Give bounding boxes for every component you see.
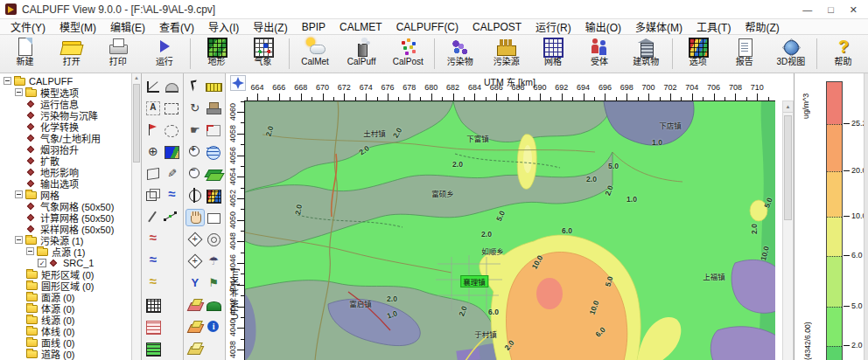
flag-tool-icon[interactable] xyxy=(144,122,162,138)
tree-item[interactable]: 烟羽抬升 xyxy=(0,143,131,155)
globe-tool-icon[interactable] xyxy=(205,144,222,160)
wind-field-tool-icon[interactable] xyxy=(163,188,180,204)
menu-item[interactable]: 多媒体(M) xyxy=(628,19,690,34)
cube-tool-icon[interactable] xyxy=(144,188,162,204)
tree-item[interactable]: 输出选项 xyxy=(0,177,131,189)
menu-item[interactable]: 导出(Z) xyxy=(246,19,294,34)
expand-tool-icon[interactable] xyxy=(186,232,204,247)
receptors-button[interactable]: 受体 xyxy=(577,36,623,72)
umbrella-tool-icon[interactable] xyxy=(205,253,222,269)
circle-plus-tool-icon[interactable] xyxy=(144,144,162,160)
scrollbar-thumb[interactable] xyxy=(133,84,140,163)
close-button[interactable]: ✕ xyxy=(850,1,858,18)
zoom-out-tool-icon[interactable] xyxy=(186,166,204,182)
stamp-tool-icon[interactable] xyxy=(205,100,222,116)
map-view[interactable]: UTM 东 [km] UTM 北 [km] 664666668670672674… xyxy=(226,73,794,360)
pollutants-button[interactable]: 污染物 xyxy=(437,36,483,72)
tree-expander-icon[interactable] xyxy=(15,88,23,96)
scrollbar-up-icon[interactable]: ▲ xyxy=(132,73,141,83)
layers-tool-icon[interactable] xyxy=(205,166,222,182)
report-button[interactable]: 报告 xyxy=(721,36,767,72)
ruler-tool-icon[interactable] xyxy=(205,79,222,94)
terrain-button[interactable]: 地形 xyxy=(193,36,240,72)
dome-tool-icon[interactable] xyxy=(163,79,180,94)
menu-item[interactable]: 文件(Y) xyxy=(4,19,52,34)
grid-black-tool-icon[interactable] xyxy=(144,297,162,313)
buildings-button[interactable]: 建筑物 xyxy=(623,36,669,72)
meteorology-button[interactable]: 气象 xyxy=(240,36,286,72)
maximize-button[interactable]: □ xyxy=(828,1,834,18)
expand-all-tool-icon[interactable] xyxy=(186,253,204,269)
node-tool-icon[interactable] xyxy=(163,210,180,225)
center-target-tool-icon[interactable] xyxy=(186,188,204,204)
minimize-button[interactable]: — xyxy=(802,1,812,18)
eraser-yellow-tool-icon[interactable] xyxy=(186,341,204,357)
options-button[interactable]: 选项 xyxy=(675,36,721,72)
pan-hand-tool-icon[interactable] xyxy=(186,210,204,225)
polyline-blue-tool-icon[interactable] xyxy=(144,253,162,269)
polygon-tool-icon[interactable] xyxy=(144,166,162,182)
dashed-ellipse-tool-icon[interactable] xyxy=(163,122,180,138)
toolbar-separator[interactable] xyxy=(187,36,192,72)
polyline-yellow-tool-icon[interactable] xyxy=(144,275,162,291)
text-label-tool-icon[interactable] xyxy=(144,100,162,116)
view3d-button[interactable]: 3D视图 xyxy=(767,36,814,72)
map-scrollbar[interactable]: ▲ xyxy=(782,100,794,360)
bitmap-tool-icon[interactable] xyxy=(205,188,222,204)
eraser-orange-tool-icon[interactable] xyxy=(186,319,204,335)
new-button[interactable]: 新建 xyxy=(2,36,48,72)
menu-item[interactable]: 帮助(Z) xyxy=(738,19,786,34)
calmet-button[interactable]: CalMet xyxy=(291,36,338,72)
rings-tool-icon[interactable] xyxy=(205,232,222,247)
menu-item[interactable]: 编辑(E) xyxy=(103,19,152,34)
scrollbar-thumb[interactable] xyxy=(784,115,792,220)
tree-expander-icon[interactable] xyxy=(15,190,23,198)
y-node-tool-icon[interactable] xyxy=(186,275,204,291)
toolbar-separator[interactable] xyxy=(669,36,675,72)
hill-tool-icon[interactable] xyxy=(205,297,222,313)
grid-green-tool-icon[interactable] xyxy=(144,341,162,357)
toolbar-separator[interactable] xyxy=(814,36,819,72)
sources-button[interactable]: 污染源 xyxy=(483,36,529,72)
open-button[interactable]: 打开 xyxy=(48,36,94,72)
pencil-tool-icon[interactable] xyxy=(163,166,180,182)
scrollbar-up-icon[interactable]: ▲ xyxy=(783,101,793,113)
toolbar-separator[interactable] xyxy=(286,36,291,72)
zoom-in-tool-icon[interactable] xyxy=(186,144,204,160)
line-tool-icon[interactable] xyxy=(144,210,162,225)
grid-red-tool-icon[interactable] xyxy=(144,319,162,335)
concentration-plot[interactable] xyxy=(244,100,775,360)
zoom-window-tool-icon[interactable] xyxy=(205,122,222,138)
calpost-button[interactable]: CalPost xyxy=(385,36,431,72)
tree-expander-icon[interactable] xyxy=(26,247,34,255)
menu-item[interactable]: CALMET xyxy=(332,21,389,33)
menu-item[interactable]: 查看(V) xyxy=(152,19,201,34)
tree-item[interactable]: 道路 (0) xyxy=(0,348,131,359)
polyline-red-tool-icon[interactable] xyxy=(144,232,162,247)
rotate-tool-icon[interactable] xyxy=(186,100,204,116)
eraser-red-tool-icon[interactable] xyxy=(186,297,204,313)
help-button[interactable]: 帮助 xyxy=(820,36,866,72)
tree-expander-icon[interactable] xyxy=(4,77,11,85)
tree-scrollbar[interactable]: ▲ xyxy=(131,73,141,360)
cursor-tool-icon[interactable] xyxy=(186,79,204,94)
pointing-hand-tool-icon[interactable] xyxy=(186,122,204,138)
select-rect-tool-icon[interactable] xyxy=(205,210,222,225)
menu-item[interactable]: CALPUFF(C) xyxy=(389,21,466,33)
menu-item[interactable]: 输出(O) xyxy=(578,19,628,34)
terrain-image-tool-icon[interactable] xyxy=(163,144,180,160)
menu-item[interactable]: CALPOST xyxy=(466,21,528,33)
run-button[interactable]: 运行 xyxy=(141,36,187,72)
grid-button[interactable]: 网格 xyxy=(529,36,576,72)
menu-item[interactable]: 模型(M) xyxy=(52,19,103,34)
legend-scrollbar[interactable] xyxy=(864,73,868,360)
info-tool-icon[interactable] xyxy=(205,319,222,335)
menu-item[interactable]: 运行(R) xyxy=(528,19,578,34)
menu-item[interactable]: 导入(I) xyxy=(201,19,246,34)
print-button[interactable]: 打印 xyxy=(94,36,141,72)
slope-tool-icon[interactable] xyxy=(144,79,162,94)
tree-expander-icon[interactable] xyxy=(15,236,23,244)
calpuff-button[interactable]: CalPuff xyxy=(339,36,385,72)
tree-item-point-sources[interactable]: 点源 (1) xyxy=(0,246,131,257)
toolbar-separator[interactable] xyxy=(431,36,437,72)
